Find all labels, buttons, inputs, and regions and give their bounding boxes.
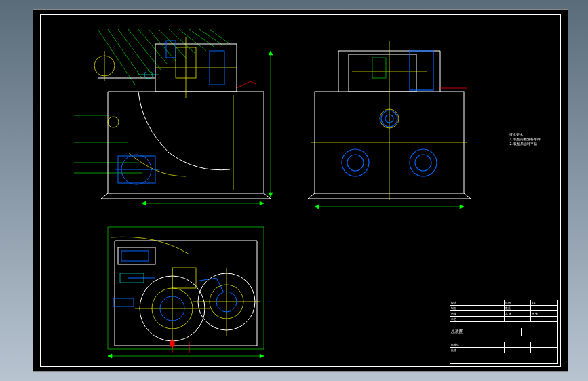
tb-cell: 制图 <box>450 306 477 310</box>
tb-cell <box>505 342 532 347</box>
tb-cell <box>531 348 557 353</box>
cad-canvas[interactable]: 技术要求 1. 装配前检查各零件 2. 装配后运转平稳 设计 比例 1:1 制图… <box>33 9 568 372</box>
tb-cell: 1:1 <box>531 300 557 305</box>
tb-cell: 标准化 <box>450 342 477 347</box>
tb-cell <box>531 317 557 321</box>
tb-cell: 数量 <box>505 306 532 310</box>
tb-cell <box>505 317 532 321</box>
tb-cell <box>477 306 505 310</box>
technical-requirements: 技术要求 1. 装配前检查各零件 2. 装配后运转平稳 <box>509 132 541 146</box>
title-block: 设计 比例 1:1 制图 数量 审核 共 张 第 张 工艺 总装图 <box>450 300 558 364</box>
tb-cell <box>477 342 505 347</box>
svg-rect-53 <box>118 247 155 264</box>
tb-cell <box>477 317 505 321</box>
note-line: 1. 装配前检查各零件 <box>509 137 541 142</box>
tb-cell <box>477 311 505 316</box>
drawing-number <box>522 332 557 333</box>
tb-cell <box>505 348 532 353</box>
svg-rect-68 <box>170 341 174 346</box>
tb-cell: 审核 <box>450 311 477 316</box>
tb-cell <box>531 306 557 310</box>
tb-cell: 批准 <box>450 348 477 353</box>
svg-rect-65 <box>113 298 134 306</box>
tb-cell: 设计 <box>450 300 477 305</box>
tb-cell: 第 张 <box>531 311 557 316</box>
drawing-name: 总装图 <box>450 328 522 336</box>
tb-cell: 比例 <box>505 300 532 305</box>
tb-cell: 共 张 <box>505 311 532 316</box>
tb-cell <box>477 300 505 305</box>
note-title: 技术要求 <box>509 132 541 137</box>
tb-cell: 工艺 <box>450 317 477 321</box>
note-line: 2. 装配后运转平稳 <box>509 142 541 146</box>
tb-cell <box>477 348 505 353</box>
svg-rect-63 <box>121 251 149 261</box>
tb-cell <box>531 342 557 347</box>
